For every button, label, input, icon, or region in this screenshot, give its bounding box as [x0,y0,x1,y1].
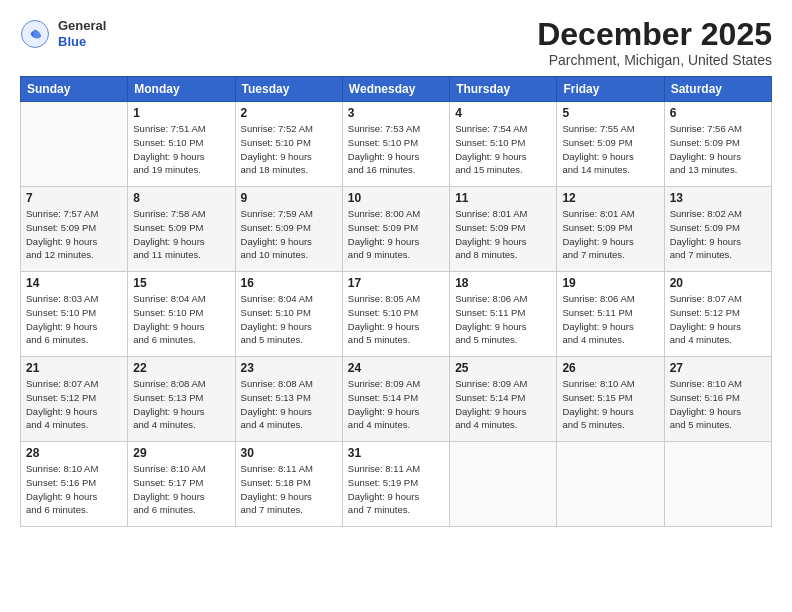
day-info: Sunrise: 7:57 AMSunset: 5:09 PMDaylight:… [26,207,122,262]
day-info: Sunrise: 8:06 AMSunset: 5:11 PMDaylight:… [562,292,658,347]
day-number: 16 [241,276,337,290]
logo-blue: Blue [58,34,106,50]
day-number: 17 [348,276,444,290]
day-info: Sunrise: 8:06 AMSunset: 5:11 PMDaylight:… [455,292,551,347]
day-number: 25 [455,361,551,375]
calendar-day-cell: 16Sunrise: 8:04 AMSunset: 5:10 PMDayligh… [235,272,342,357]
calendar-day-cell: 1Sunrise: 7:51 AMSunset: 5:10 PMDaylight… [128,102,235,187]
calendar-day-cell: 20Sunrise: 8:07 AMSunset: 5:12 PMDayligh… [664,272,771,357]
calendar-table: SundayMondayTuesdayWednesdayThursdayFrid… [20,76,772,527]
calendar-day-cell: 23Sunrise: 8:08 AMSunset: 5:13 PMDayligh… [235,357,342,442]
day-info: Sunrise: 8:01 AMSunset: 5:09 PMDaylight:… [562,207,658,262]
day-number: 28 [26,446,122,460]
calendar-day-cell: 19Sunrise: 8:06 AMSunset: 5:11 PMDayligh… [557,272,664,357]
calendar-header-row: SundayMondayTuesdayWednesdayThursdayFrid… [21,77,772,102]
day-number: 8 [133,191,229,205]
day-info: Sunrise: 8:10 AMSunset: 5:17 PMDaylight:… [133,462,229,517]
calendar-day-cell: 14Sunrise: 8:03 AMSunset: 5:10 PMDayligh… [21,272,128,357]
calendar-day-cell: 18Sunrise: 8:06 AMSunset: 5:11 PMDayligh… [450,272,557,357]
day-info: Sunrise: 7:51 AMSunset: 5:10 PMDaylight:… [133,122,229,177]
calendar-day-cell: 12Sunrise: 8:01 AMSunset: 5:09 PMDayligh… [557,187,664,272]
day-number: 21 [26,361,122,375]
day-number: 5 [562,106,658,120]
day-info: Sunrise: 8:10 AMSunset: 5:16 PMDaylight:… [670,377,766,432]
calendar-day-cell [664,442,771,527]
calendar-day-cell: 27Sunrise: 8:10 AMSunset: 5:16 PMDayligh… [664,357,771,442]
month-title: December 2025 [537,18,772,50]
day-number: 20 [670,276,766,290]
calendar-week-row: 7Sunrise: 7:57 AMSunset: 5:09 PMDaylight… [21,187,772,272]
day-number: 27 [670,361,766,375]
calendar-day-header: Sunday [21,77,128,102]
calendar-day-cell: 4Sunrise: 7:54 AMSunset: 5:10 PMDaylight… [450,102,557,187]
day-info: Sunrise: 8:08 AMSunset: 5:13 PMDaylight:… [133,377,229,432]
calendar-day-header: Friday [557,77,664,102]
day-info: Sunrise: 8:02 AMSunset: 5:09 PMDaylight:… [670,207,766,262]
day-number: 12 [562,191,658,205]
day-info: Sunrise: 8:07 AMSunset: 5:12 PMDaylight:… [670,292,766,347]
day-number: 11 [455,191,551,205]
day-number: 22 [133,361,229,375]
calendar-week-row: 21Sunrise: 8:07 AMSunset: 5:12 PMDayligh… [21,357,772,442]
day-number: 18 [455,276,551,290]
day-info: Sunrise: 7:53 AMSunset: 5:10 PMDaylight:… [348,122,444,177]
day-number: 19 [562,276,658,290]
day-info: Sunrise: 7:55 AMSunset: 5:09 PMDaylight:… [562,122,658,177]
day-info: Sunrise: 8:11 AMSunset: 5:18 PMDaylight:… [241,462,337,517]
calendar-week-row: 1Sunrise: 7:51 AMSunset: 5:10 PMDaylight… [21,102,772,187]
calendar-day-cell: 10Sunrise: 8:00 AMSunset: 5:09 PMDayligh… [342,187,449,272]
day-info: Sunrise: 8:05 AMSunset: 5:10 PMDaylight:… [348,292,444,347]
calendar-day-cell: 11Sunrise: 8:01 AMSunset: 5:09 PMDayligh… [450,187,557,272]
calendar-day-cell: 26Sunrise: 8:10 AMSunset: 5:15 PMDayligh… [557,357,664,442]
calendar-day-cell: 9Sunrise: 7:59 AMSunset: 5:09 PMDaylight… [235,187,342,272]
calendar-day-cell: 22Sunrise: 8:08 AMSunset: 5:13 PMDayligh… [128,357,235,442]
calendar-day-cell: 8Sunrise: 7:58 AMSunset: 5:09 PMDaylight… [128,187,235,272]
calendar-day-cell: 13Sunrise: 8:02 AMSunset: 5:09 PMDayligh… [664,187,771,272]
day-number: 10 [348,191,444,205]
logo-general: General [58,18,106,34]
calendar-day-cell: 15Sunrise: 8:04 AMSunset: 5:10 PMDayligh… [128,272,235,357]
day-info: Sunrise: 8:08 AMSunset: 5:13 PMDaylight:… [241,377,337,432]
calendar-week-row: 28Sunrise: 8:10 AMSunset: 5:16 PMDayligh… [21,442,772,527]
calendar-day-cell: 3Sunrise: 7:53 AMSunset: 5:10 PMDaylight… [342,102,449,187]
calendar-day-cell [557,442,664,527]
day-number: 4 [455,106,551,120]
day-number: 14 [26,276,122,290]
logo-icon [20,19,50,49]
day-number: 24 [348,361,444,375]
day-info: Sunrise: 7:52 AMSunset: 5:10 PMDaylight:… [241,122,337,177]
calendar-day-cell: 29Sunrise: 8:10 AMSunset: 5:17 PMDayligh… [128,442,235,527]
calendar-day-cell: 24Sunrise: 8:09 AMSunset: 5:14 PMDayligh… [342,357,449,442]
day-info: Sunrise: 8:10 AMSunset: 5:16 PMDaylight:… [26,462,122,517]
location: Parchment, Michigan, United States [537,52,772,68]
day-info: Sunrise: 8:11 AMSunset: 5:19 PMDaylight:… [348,462,444,517]
logo-text: General Blue [58,18,106,49]
day-number: 30 [241,446,337,460]
day-info: Sunrise: 8:04 AMSunset: 5:10 PMDaylight:… [241,292,337,347]
calendar-week-row: 14Sunrise: 8:03 AMSunset: 5:10 PMDayligh… [21,272,772,357]
calendar-day-cell: 5Sunrise: 7:55 AMSunset: 5:09 PMDaylight… [557,102,664,187]
calendar-day-cell: 28Sunrise: 8:10 AMSunset: 5:16 PMDayligh… [21,442,128,527]
day-info: Sunrise: 7:56 AMSunset: 5:09 PMDaylight:… [670,122,766,177]
calendar-day-cell: 21Sunrise: 8:07 AMSunset: 5:12 PMDayligh… [21,357,128,442]
calendar-day-cell: 2Sunrise: 7:52 AMSunset: 5:10 PMDaylight… [235,102,342,187]
day-info: Sunrise: 8:04 AMSunset: 5:10 PMDaylight:… [133,292,229,347]
calendar-day-header: Tuesday [235,77,342,102]
day-number: 29 [133,446,229,460]
day-info: Sunrise: 8:01 AMSunset: 5:09 PMDaylight:… [455,207,551,262]
calendar-day-cell [21,102,128,187]
title-section: December 2025 Parchment, Michigan, Unite… [537,18,772,68]
calendar-day-cell: 31Sunrise: 8:11 AMSunset: 5:19 PMDayligh… [342,442,449,527]
day-info: Sunrise: 7:54 AMSunset: 5:10 PMDaylight:… [455,122,551,177]
day-number: 2 [241,106,337,120]
calendar-day-cell: 17Sunrise: 8:05 AMSunset: 5:10 PMDayligh… [342,272,449,357]
logo: General Blue [20,18,106,49]
day-info: Sunrise: 7:58 AMSunset: 5:09 PMDaylight:… [133,207,229,262]
day-info: Sunrise: 7:59 AMSunset: 5:09 PMDaylight:… [241,207,337,262]
day-number: 7 [26,191,122,205]
day-number: 9 [241,191,337,205]
day-info: Sunrise: 8:09 AMSunset: 5:14 PMDaylight:… [348,377,444,432]
day-number: 3 [348,106,444,120]
day-info: Sunrise: 8:07 AMSunset: 5:12 PMDaylight:… [26,377,122,432]
day-info: Sunrise: 8:10 AMSunset: 5:15 PMDaylight:… [562,377,658,432]
